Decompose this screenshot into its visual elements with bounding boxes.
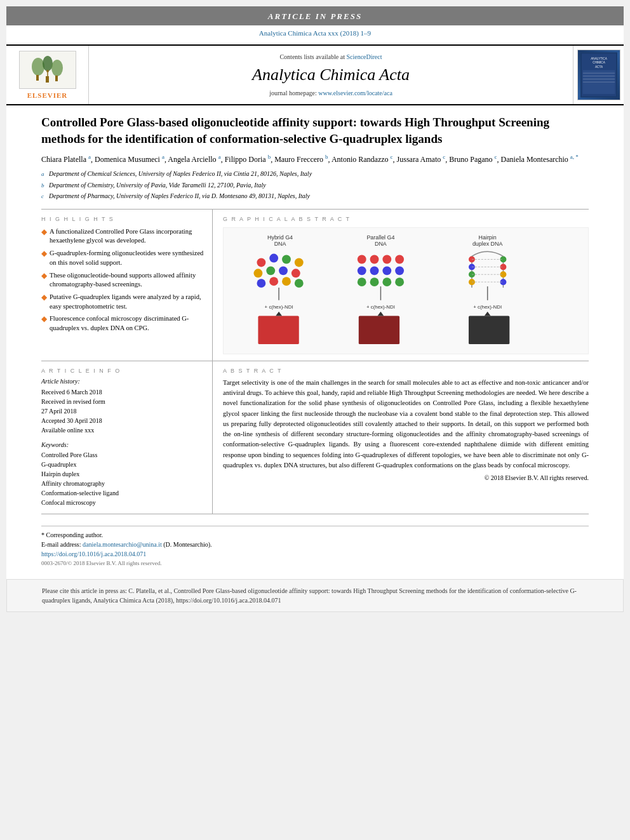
svg-text:Parallel G4: Parallel G4 [366,234,394,241]
svg-point-35 [269,277,278,286]
svg-text:ANALYTICA: ANALYTICA [591,57,607,60]
svg-point-36 [282,277,291,286]
keyword-2: G-quadruplex [41,460,204,469]
highlight-3-text: These oligonucleotide-bound supports all… [50,271,204,290]
keyword-6: Confocal microscopy [41,498,204,507]
svg-point-46 [382,266,391,275]
abstract-text: Target selectivity is one of the main ch… [223,378,589,470]
sciencedirect-link[interactable]: ScienceDirect [346,53,382,60]
journal-homepage-link[interactable]: www.elsevier.com/locate/aca [318,90,392,97]
svg-text:duplex DNA: duplex DNA [473,241,503,247]
svg-rect-71 [359,316,399,344]
highlight-4: ◆ Putative G-quadruplex ligands were ana… [41,293,204,311]
banner-text: ARTICLE IN PRESS [268,11,362,21]
affil-c: c Department of Pharmacy, University of … [41,191,589,201]
email-link[interactable]: daniela.montesarchio@unina.it [83,541,162,548]
svg-rect-4 [46,76,49,83]
citation-text: Analytica Chimica Acta xxx (2018) 1–9 [259,29,371,37]
keyword-4: Affinity chromatography [41,479,204,488]
svg-point-48 [358,277,366,286]
svg-text:+ c(hex)-NDI: + c(hex)-NDI [473,303,502,309]
journal-thumbnail: ANALYTICA CHIMICA ACTA [577,50,620,100]
svg-point-50 [382,277,391,286]
keywords-label: Keywords: [41,441,204,448]
journal-header: ELSEVIER Contents lists available at Sci… [6,44,624,105]
corresponding-note: * Corresponding author. [41,531,589,538]
affil-b: b Department of Chemistry, University of… [41,180,589,190]
article-in-press-banner: ARTICLE IN PRESS [6,6,624,25]
affil-a: a Department of Chemical Sciences, Unive… [41,169,589,179]
bullet-3: ◆ [41,270,47,290]
affil-b-text: Department of Chemistry, University of P… [49,180,266,190]
svg-point-43 [395,255,404,263]
journal-homepage-line: journal homepage: www.elsevier.com/locat… [269,90,392,97]
abstract-copyright: © 2018 Elsevier B.V. All rights reserved… [223,474,589,481]
affil-c-text: Department of Pharmacy, University of Na… [49,191,310,201]
svg-point-28 [282,255,291,263]
svg-point-37 [295,279,304,288]
svg-point-31 [266,266,275,275]
svg-point-2 [43,56,53,71]
svg-point-51 [395,277,404,286]
highlight-2: ◆ G-quadruplex-forming oligonucleotides … [41,249,204,267]
svg-point-7 [46,70,49,72]
graphical-abstract-svg: Hybrid G4 DNA Parallel G4 DNA Hairpin du… [224,228,588,354]
journal-thumb-right: ANALYTICA CHIMICA ACTA [573,46,624,104]
highlight-2-text: G-quadruplex-forming oligonucleotides we… [50,249,204,267]
main-content: Controlled Pore Glass-based oligonucleot… [6,114,624,514]
accepted-date: Accepted 30 April 2018 [41,416,204,425]
svg-text:DNA: DNA [274,241,286,247]
received-revised-label: Received in revised form [41,397,204,406]
svg-rect-6 [55,76,58,81]
bullet-2: ◆ [41,248,47,267]
highlights-graphical-section: H I G H L I G H T S ◆ A functionalized C… [41,209,589,361]
highlight-1: ◆ A functionalized Controlled Pore Glass… [41,227,204,246]
svg-point-34 [257,279,265,288]
svg-point-30 [254,269,263,277]
citation-line: Analytica Chimica Acta xxx (2018) 1–9 [6,25,624,39]
bullet-1: ◆ [41,227,47,246]
svg-point-47 [395,266,404,275]
highlights-column: H I G H L I G H T S ◆ A functionalized C… [41,210,213,361]
keyword-3: Hairpin duplex [41,469,204,479]
article-title: Controlled Pore Glass-based oligonucleot… [41,114,589,147]
elsevier-logo-section: ELSEVIER [6,46,89,104]
bottom-citation-box: Please cite this article in press as: C.… [6,579,624,612]
copyright-line: 0003-2670/© 2018 Elsevier B.V. All right… [41,560,589,566]
svg-text:Hairpin: Hairpin [479,234,497,241]
authors-line: Chiara Platella a, Domenica Musumeci a, … [41,153,589,165]
affiliations: a Department of Chemical Sciences, Unive… [41,169,589,201]
keyword-1: Controlled Pore Glass [41,450,204,460]
svg-point-45 [370,266,379,275]
svg-point-26 [257,258,265,267]
highlight-4-text: Putative G-quadruplex ligands were analy… [50,293,204,311]
svg-point-40 [358,255,366,263]
highlight-3: ◆ These oligonucleotide-bound supports a… [41,271,204,290]
footer-divider [41,526,589,526]
svg-text:DNA: DNA [375,241,387,247]
highlight-5-text: Fluorescence confocal microscopy discrim… [50,314,204,333]
elsevier-svg [22,54,73,86]
bullet-5: ◆ [41,314,47,333]
svg-point-3 [51,60,63,76]
journal-title: Analytica Chimica Acta [252,65,410,84]
article-info-label: A R T I C L E I N F O [41,368,204,374]
received-date: Received 6 March 2018 [41,387,204,397]
affil-a-text: Department of Chemical Sciences, Univers… [49,169,312,179]
doi-link[interactable]: https://doi.org/10.1016/j.aca.2018.04.07… [41,550,589,557]
svg-point-33 [292,269,300,277]
svg-point-49 [370,277,379,286]
graphical-abstract-image: Hybrid G4 DNA Parallel G4 DNA Hairpin du… [223,227,589,354]
keyword-5: Conformation-selective ligand [41,488,204,498]
svg-text:+ c(hex)-NDI: + c(hex)-NDI [265,303,293,309]
contents-line: Contents lists available at ScienceDirec… [279,53,382,60]
article-info-column: A R T I C L E I N F O Article history: R… [41,361,213,514]
elsevier-label: ELSEVIER [27,91,68,99]
graphical-abstract-label: G R A P H I C A L A B S T R A C T [223,216,589,222]
available-online: Available online xxx [41,425,204,435]
page: ARTICLE IN PRESS Analytica Chimica Acta … [6,6,624,612]
svg-point-44 [358,266,366,275]
email-line: E-mail address: daniela.montesarchio@uni… [41,541,589,548]
svg-text:CHIMICA: CHIMICA [593,61,606,64]
svg-point-32 [279,266,288,275]
